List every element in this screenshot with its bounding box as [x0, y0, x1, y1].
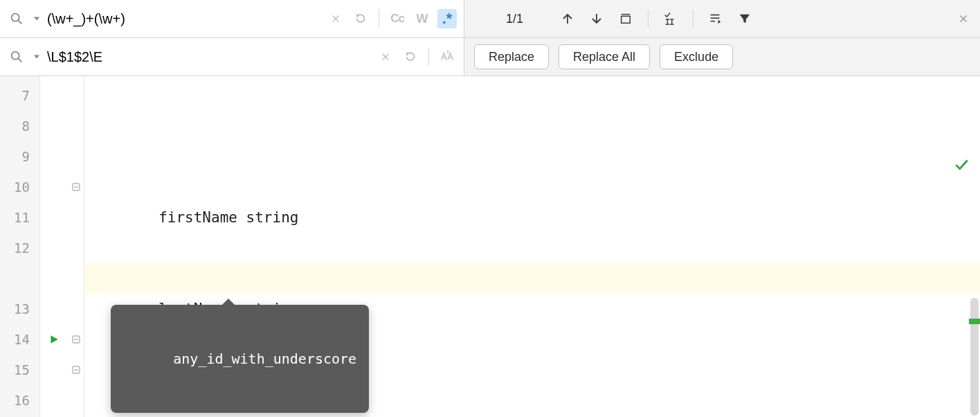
find-input[interactable] [47, 11, 320, 27]
replace-input[interactable] [47, 49, 370, 65]
chevron-down-icon[interactable] [32, 47, 42, 66]
fold-gutter [68, 76, 84, 417]
new-line-icon[interactable] [706, 9, 725, 28]
fold-start-icon[interactable] [68, 324, 84, 355]
tooltip-text: any_id_with_underscore [173, 351, 356, 367]
match-case-toggle[interactable]: Cc [388, 9, 407, 28]
inspection-ok-icon[interactable] [954, 157, 969, 172]
search-icon [7, 47, 26, 66]
clear-replace-icon[interactable] [376, 47, 395, 66]
code-text: firstName string [89, 209, 298, 226]
svg-line-1 [19, 21, 22, 24]
search-icon [7, 9, 26, 28]
run-icon[interactable] [40, 324, 68, 355]
divider [428, 48, 429, 66]
prev-match-icon[interactable] [558, 9, 577, 28]
svg-line-20 [19, 59, 22, 62]
line-number-gutter: 7 8 9 10 11 12 13 14 15 16 [0, 76, 40, 417]
chevron-down-icon[interactable] [32, 9, 42, 28]
whole-word-toggle[interactable]: W [412, 9, 432, 28]
run-gutter [40, 76, 68, 417]
exclude-button[interactable]: Exclude [660, 44, 733, 69]
editor[interactable]: 7 8 9 10 11 12 13 14 15 16 [0, 76, 980, 417]
vertical-scrollbar[interactable] [970, 298, 979, 416]
filter-icon[interactable] [735, 9, 754, 28]
svg-point-19 [12, 52, 19, 60]
add-selection-icon[interactable] [661, 9, 680, 28]
error-stripe-marker[interactable] [969, 319, 980, 324]
clear-find-icon[interactable] [326, 9, 345, 28]
preserve-case-toggle[interactable] [437, 47, 457, 66]
select-all-icon[interactable] [616, 9, 635, 28]
svg-point-0 [12, 14, 19, 21]
replace-all-button[interactable]: Replace All [559, 44, 650, 69]
divider [693, 10, 693, 28]
history-icon[interactable] [401, 47, 420, 66]
regex-toggle[interactable]: .* [437, 9, 457, 28]
match-count: 1/1 [506, 12, 523, 26]
code-content[interactable]: firstName string lastName string id stri… [84, 76, 980, 417]
svg-rect-6 [621, 16, 630, 23]
find-results-toolbar: 1/1 [464, 0, 980, 37]
close-panel-icon[interactable] [954, 9, 973, 28]
replace-actions: Replace Replace All Exclude [464, 38, 980, 76]
divider [648, 10, 648, 28]
replace-button[interactable]: Replace [474, 44, 549, 69]
replace-bar [0, 38, 464, 76]
fold-start-icon[interactable] [68, 355, 84, 385]
fold-end-icon[interactable] [68, 172, 84, 202]
replace-preview-tooltip: any_id_with_underscore [111, 305, 369, 413]
divider [379, 10, 379, 28]
next-match-icon[interactable] [587, 9, 606, 28]
find-bar: Cc W .* [0, 0, 464, 37]
history-icon[interactable] [351, 9, 370, 28]
